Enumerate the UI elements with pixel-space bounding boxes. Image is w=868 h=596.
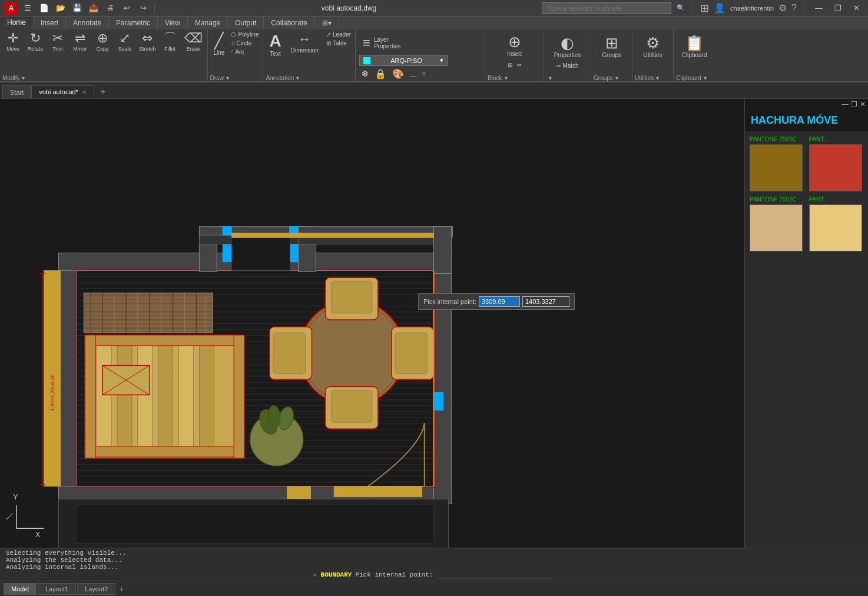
tab-insert[interactable]: Insert (34, 16, 66, 29)
bedit-btn[interactable]: ✏ (515, 61, 524, 69)
pantone-7505c-swatch[interactable] (750, 144, 803, 191)
erase-btn[interactable]: ⌫Erase (182, 31, 205, 53)
layout-tab-layout2[interactable]: Layout2 (77, 583, 115, 595)
copy-btn[interactable]: ⊕Copy (92, 31, 113, 53)
add-layout-btn[interactable]: + (119, 584, 124, 594)
layer-freeze-btn[interactable]: ❄ (359, 68, 370, 80)
svg-rect-29 (97, 341, 111, 455)
tab-start[interactable]: Start (2, 85, 31, 98)
cmd-input[interactable] (436, 571, 554, 578)
clipboard-label[interactable]: Clipboard ▾ (676, 75, 713, 81)
pantone-red-swatch[interactable] (809, 144, 862, 191)
groups-icon: ⊞ (605, 35, 618, 51)
groups-label[interactable]: Groups ▾ (594, 75, 630, 81)
properties-btn[interactable]: ◐ Properties (551, 33, 585, 61)
panel-restore-btn[interactable]: ❐ (851, 100, 857, 108)
panel-minimize-btn[interactable]: — (842, 100, 849, 108)
match-prop-btn[interactable]: ⇒Match (554, 62, 580, 69)
tab-collaborate[interactable]: Collaborate (264, 16, 314, 29)
tab-view[interactable]: View (158, 16, 188, 29)
user-icon[interactable]: 👤 (714, 2, 725, 14)
circle-icon: ○ (231, 40, 234, 47)
layer-sub-tools: ❄ 🔒 🎨 __ ≡ (359, 68, 481, 80)
draw-label[interactable]: Draw ▾ (210, 75, 261, 81)
ribbon-groups-section: ⊞ Groups Groups ▾ (591, 29, 632, 81)
dimension-btn[interactable]: ↔ Dimension (287, 31, 322, 56)
tab-manage[interactable]: Manage (188, 16, 228, 29)
floor-plan-svg: Y X 1,95×1,20=0,30 (0, 99, 744, 548)
modify-label[interactable]: Modify ▾ (2, 75, 205, 81)
pantone-7502c-swatch[interactable] (750, 204, 803, 251)
qat-save[interactable]: 💾 (71, 2, 84, 15)
layer-properties-btn[interactable]: ≡ LayerProperties (359, 33, 481, 53)
tab-close-btn[interactable]: ✕ (82, 89, 87, 95)
mirror-btn[interactable]: ⇌Mirror (69, 31, 91, 53)
tab-vobi-autocad[interactable]: vobi autocad* ✕ (31, 85, 94, 98)
move-icon: ✛ (8, 32, 18, 45)
stretch-btn[interactable]: ⇔Stretch (137, 31, 158, 53)
svg-rect-74 (76, 505, 433, 544)
panel-close-btn[interactable]: ✕ (860, 100, 866, 108)
fillet-btn[interactable]: ⌒Fillet (160, 31, 181, 53)
table-btn[interactable]: ⊞Table (324, 39, 353, 47)
qat-redo[interactable]: ↪ (137, 2, 150, 15)
qat-open[interactable]: 📂 (54, 2, 67, 15)
layout-tab-model[interactable]: Model (4, 583, 37, 595)
layer-linetype-btn[interactable]: __ (408, 68, 418, 80)
coord-y-input[interactable] (522, 296, 569, 307)
search-icon[interactable]: 🔍 (676, 4, 685, 13)
canvas[interactable]: Y X 1,95×1,20=0,30 Pick internal point: (0, 99, 744, 548)
scale-btn[interactable]: ⤢Scale (114, 31, 135, 53)
insert-btn[interactable]: ⊕ Insert (503, 32, 525, 59)
layer-color-btn[interactable]: 🎨 (390, 68, 406, 80)
command-area: Selecting everything visible... Analyzin… (0, 548, 868, 581)
line-btn[interactable]: ╱ Line (210, 31, 228, 58)
qat-new[interactable]: 📄 (38, 2, 51, 15)
text-btn[interactable]: A Text (266, 31, 284, 59)
dimension-icon: ↔ (298, 33, 311, 46)
qat-print[interactable]: 🖨 (104, 2, 117, 15)
pantone-yellow-swatch[interactable] (809, 204, 862, 251)
annotation-label[interactable]: Annotation ▾ (266, 75, 353, 81)
add-tab-btn[interactable]: + (97, 85, 110, 98)
clipboard-btn[interactable]: 📋 Clipboard (678, 33, 711, 61)
block-tools: ⊕ Insert ⊞ ✏ (488, 31, 541, 69)
create-block-btn[interactable]: ⊞ (506, 61, 514, 69)
leader-btn[interactable]: ↗Leader (324, 31, 353, 38)
layout-tab-layout1[interactable]: Layout1 (38, 583, 76, 595)
utilities-label[interactable]: Utilities ▾ (635, 75, 671, 81)
search-input[interactable] (542, 2, 671, 14)
pantone-grid: PANTONE 7505C PANT... PANTONE 7502C PANT… (745, 131, 868, 256)
properties-label[interactable]: ▾ (546, 75, 588, 81)
svg-rect-31 (138, 341, 153, 455)
qat-menu[interactable]: ☰ (21, 2, 34, 15)
network-icon[interactable]: ⊞ (700, 2, 709, 15)
qat-saveas[interactable]: 📥 (87, 2, 100, 15)
tab-home[interactable]: Home (0, 16, 34, 29)
block-label[interactable]: Block ▾ (488, 75, 541, 81)
trim-icon: ✂ (52, 32, 63, 45)
layer-dropdown[interactable]: ARQ-PISO ▾ (359, 55, 448, 66)
tab-output[interactable]: Output (228, 16, 264, 29)
coord-x-input[interactable] (479, 296, 520, 307)
qat-undo[interactable]: ↩ (120, 2, 133, 15)
close-btn[interactable]: ✕ (850, 2, 863, 14)
mirror-icon: ⇌ (75, 32, 85, 45)
tab-parametric[interactable]: Parametric (109, 16, 158, 29)
tab-annotate[interactable]: Annotate (66, 16, 109, 29)
polyline-btn[interactable]: ⬡ Polyline (229, 31, 260, 38)
layer-lock-btn[interactable]: 🔒 (373, 68, 388, 80)
groups-btn[interactable]: ⊞ Groups (598, 33, 625, 61)
circle-btn[interactable]: ○ Circle (229, 39, 260, 47)
utilities-btn[interactable]: ⚙ Utilities (640, 33, 665, 61)
trim-btn[interactable]: ✂Trim (47, 31, 68, 53)
minimize-btn[interactable]: — (811, 2, 826, 14)
settings-icon[interactable]: ⚙ (778, 2, 787, 14)
rotate-btn[interactable]: ↻Rotate (25, 31, 46, 53)
move-btn[interactable]: ✛Move (2, 31, 24, 53)
layer-lineweight-btn[interactable]: ≡ (420, 68, 428, 80)
help-icon[interactable]: ? (791, 3, 797, 14)
arc-btn[interactable]: ◜ Arc (229, 48, 260, 56)
tab-more[interactable]: ⊞▾ (315, 16, 339, 29)
restore-btn[interactable]: ❐ (831, 2, 845, 14)
